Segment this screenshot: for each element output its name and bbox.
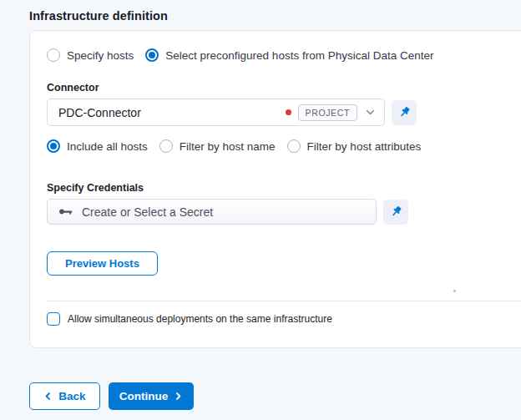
radio-select-preconfigured-hosts[interactable]: Select preconfigured hosts from Physical… (145, 48, 433, 62)
radio-include-all-hosts-label: Include all hosts (67, 140, 148, 153)
specify-credentials-label: Specify Credentials (47, 182, 521, 194)
host-source-radio-group: Specify hosts Select preconfigured hosts… (47, 48, 521, 62)
credentials-pin-button[interactable] (383, 200, 408, 225)
connector-row: PDC-Connector PROJECT (47, 99, 521, 126)
simultaneous-deployments-checkbox-row[interactable]: Allow simultaneous deployments on the sa… (47, 312, 521, 326)
radio-filter-by-host-attributes-label: Filter by host attributes (307, 140, 422, 153)
pin-icon (398, 106, 411, 119)
key-icon (58, 207, 74, 216)
back-button-label: Back (58, 390, 85, 402)
checkbox-icon[interactable] (47, 312, 60, 326)
stray-dot-artifact (453, 290, 456, 292)
wizard-footer: Back Continue (29, 382, 521, 410)
chevron-left-icon (43, 392, 53, 401)
back-button[interactable]: Back (29, 382, 100, 410)
required-dot-icon (286, 109, 291, 115)
simultaneous-deployments-label: Allow simultaneous deployments on the sa… (68, 313, 332, 325)
scope-badge: PROJECT (298, 104, 357, 121)
chevron-right-icon (174, 392, 183, 401)
continue-button-label: Continue (119, 390, 169, 402)
radio-include-all-hosts[interactable]: Include all hosts (47, 139, 148, 153)
continue-button[interactable]: Continue (109, 382, 194, 410)
pin-icon (390, 205, 402, 218)
radio-circle-selected-icon[interactable] (145, 48, 159, 62)
radio-specify-hosts[interactable]: Specify hosts (47, 48, 134, 62)
credentials-row: Create or Select a Secret (47, 199, 521, 225)
radio-circle-icon[interactable] (159, 139, 173, 153)
radio-circle-icon[interactable] (47, 48, 60, 62)
secret-placeholder: Create or Select a Secret (82, 205, 213, 219)
page-title: Infrastructure definition (29, 9, 521, 23)
secret-selector[interactable]: Create or Select a Secret (47, 199, 377, 225)
connector-pin-button[interactable] (392, 100, 417, 125)
connector-value: PDC-Connector (58, 106, 286, 119)
radio-specify-hosts-label: Specify hosts (67, 49, 134, 62)
connector-input[interactable]: PDC-Connector PROJECT (47, 99, 385, 126)
preview-hosts-button[interactable]: Preview Hosts (47, 251, 158, 276)
connector-label: Connector (47, 82, 521, 94)
radio-circle-icon[interactable] (287, 139, 301, 153)
divider (47, 301, 521, 301)
radio-filter-by-host-name-label: Filter by host name (180, 140, 276, 153)
radio-circle-selected-icon[interactable] (47, 139, 60, 153)
chevron-down-icon[interactable] (365, 107, 376, 118)
host-filter-radio-group: Include all hosts Filter by host name Fi… (47, 139, 521, 153)
radio-filter-by-host-name[interactable]: Filter by host name (159, 139, 276, 153)
infrastructure-definition-card: Specify hosts Select preconfigured hosts… (29, 30, 521, 348)
radio-select-preconfigured-hosts-label: Select preconfigured hosts from Physical… (165, 49, 433, 62)
radio-filter-by-host-attributes[interactable]: Filter by host attributes (287, 139, 422, 153)
